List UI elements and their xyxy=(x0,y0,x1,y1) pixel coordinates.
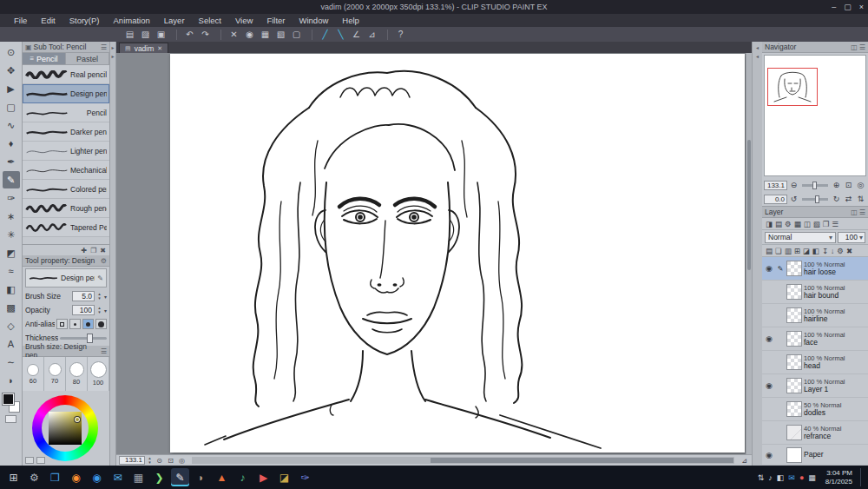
subtool-item-darker-pencil[interactable]: Darker pencil xyxy=(23,122,109,142)
vertical-scrollbar[interactable] xyxy=(746,53,752,454)
layer-row-hair-loose[interactable]: ◉ ✎ 100 % Normalhair loose xyxy=(762,257,868,281)
menu-filter[interactable]: Filter xyxy=(260,16,292,25)
selection-tool-icon[interactable]: ▢ xyxy=(3,98,20,116)
layer-toolbar-icon[interactable]: ▧ xyxy=(813,220,820,228)
video-app-icon[interactable]: ▶ xyxy=(254,468,273,486)
updates-tray-icon[interactable]: ▦ xyxy=(808,473,816,482)
layer-toolbar-icon[interactable]: ▤ xyxy=(775,220,782,228)
brush-size-preset-100[interactable]: 100 xyxy=(88,357,109,391)
material-icon[interactable]: ▧ xyxy=(274,29,287,41)
brush-size-preset-70[interactable]: 70 xyxy=(44,357,66,391)
selection-launcher-icon[interactable]: ▢ xyxy=(290,29,303,41)
navigator-view-rectangle[interactable] xyxy=(767,68,818,106)
layer-toolbar-icon[interactable]: ⚙ xyxy=(785,220,792,228)
visibility-eye-icon[interactable]: ◉ xyxy=(764,451,774,459)
drawing-canvas[interactable] xyxy=(170,54,745,453)
operation-tool-icon[interactable]: ▶ xyxy=(3,80,20,97)
layer-opacity-control[interactable]: 100 ▾ xyxy=(838,232,865,243)
blend-tool-icon[interactable]: ≈ xyxy=(3,262,20,280)
subtool-item-rough-pencil[interactable]: Rough pencil xyxy=(23,199,109,218)
layer-row-face[interactable]: ◉ 100 % Normalface xyxy=(762,327,868,351)
clip-studio-app-icon[interactable]: ✎ xyxy=(171,468,189,486)
layer-row-head[interactable]: 100 % Normalhead xyxy=(762,351,868,374)
pencil-tool-icon[interactable]: ✎ xyxy=(3,171,20,188)
layer-toolbar-icon[interactable]: ◨ xyxy=(766,220,773,228)
layer-thumbnail[interactable] xyxy=(786,401,802,417)
antialias-medium-button[interactable] xyxy=(82,319,94,329)
panel-menu-icon[interactable]: ☰ xyxy=(101,43,107,51)
snap-grid-icon[interactable]: ∠ xyxy=(350,29,363,41)
layer-toolbar-icon[interactable]: ☰ xyxy=(832,220,838,228)
actual-size-icon[interactable]: ◎ xyxy=(855,181,866,189)
status-fit-icon[interactable]: ⊡ xyxy=(166,457,175,465)
wheel-mode-button[interactable] xyxy=(25,457,34,464)
brush-size-value[interactable]: 5.0 xyxy=(72,291,95,301)
layer-thumbnail[interactable] xyxy=(786,261,802,276)
close-tab-icon[interactable]: ✕ xyxy=(157,45,162,52)
edit-pencil-icon[interactable]: ✎ xyxy=(97,274,103,282)
layer-toolbar-icon[interactable]: ◫ xyxy=(804,220,811,228)
minimize-button[interactable]: – xyxy=(832,3,836,11)
menu-file[interactable]: File xyxy=(7,16,34,25)
canvas-zoom-value[interactable]: 133.1 xyxy=(119,456,145,465)
files-app-icon[interactable]: ❐ xyxy=(46,468,64,486)
text-tool-icon[interactable]: A xyxy=(3,335,20,353)
thickness-slider[interactable] xyxy=(60,337,107,340)
save-file-icon[interactable]: ▣ xyxy=(155,29,168,41)
subtool-item-design-pencil[interactable]: Design pencil xyxy=(23,84,109,103)
menu-help[interactable]: Help xyxy=(335,16,366,25)
antialias-weak-button[interactable] xyxy=(69,319,81,329)
menu-select[interactable]: Select xyxy=(192,16,228,25)
antialias-strong-button[interactable] xyxy=(95,319,107,329)
maximize-button[interactable]: ▢ xyxy=(844,3,852,11)
left-panel-splitter[interactable]: ▸ ▸ xyxy=(110,42,116,466)
settings-app-icon[interactable]: ⚙ xyxy=(25,468,43,486)
new-folder-icon[interactable]: ❏ xyxy=(775,247,782,255)
layer-toolbar-icon[interactable]: ▥ xyxy=(785,247,792,255)
collapse-left-icon[interactable]: ◂ xyxy=(756,44,759,50)
layer-toolbar-icon[interactable]: ❐ xyxy=(823,220,830,228)
color-cursor[interactable] xyxy=(75,417,80,422)
horizontal-scrollbar[interactable] xyxy=(192,457,734,464)
visibility-eye-icon[interactable]: ◉ xyxy=(764,381,774,390)
zoom-slider[interactable] xyxy=(802,184,828,187)
menu-animation[interactable]: Animation xyxy=(107,16,157,25)
zoom-in-icon[interactable]: ⊕ xyxy=(831,181,842,189)
editor-app-icon[interactable]: ▲ xyxy=(213,468,231,486)
close-button[interactable]: × xyxy=(859,3,864,11)
flip-vertical-icon[interactable]: ⇅ xyxy=(855,195,866,203)
layer-row-hair-bound[interactable]: 100 % Normalhair bound xyxy=(762,281,868,304)
new-layer-icon[interactable]: ▤ xyxy=(766,247,773,255)
layer-row-hairline[interactable]: 100 % Normalhairline xyxy=(762,304,868,327)
panel-menu-icon[interactable]: ☰ xyxy=(859,208,865,216)
layer-row-layer-1[interactable]: ◉ 100 % NormalLayer 1 xyxy=(762,374,868,398)
opacity-value[interactable]: 100 xyxy=(72,305,95,315)
layer-toolbar-icon[interactable]: ▦ xyxy=(794,220,801,228)
lasso-tool-icon[interactable]: ∿ xyxy=(3,116,20,134)
notification-tray-icon[interactable]: ● xyxy=(799,473,804,482)
layer-settings-icon[interactable]: ⚙ xyxy=(837,247,844,255)
delete-layer-icon[interactable]: ✖ xyxy=(846,247,852,255)
status-zoom-icon[interactable]: ⊙ xyxy=(155,457,164,465)
document-tab-vadim[interactable]: ▤ vadim ✕ xyxy=(119,43,168,53)
navigator-zoom-value[interactable]: 133.1 xyxy=(764,181,787,190)
antialias-none-button[interactable] xyxy=(56,319,68,329)
collapse-right-icon[interactable]: ▸ xyxy=(111,44,114,50)
display-tray-icon[interactable]: ◧ xyxy=(777,473,785,482)
ruler-icon[interactable]: ⊿ xyxy=(365,29,378,41)
brush-size-stepper[interactable]: ▴▾ xyxy=(96,292,102,301)
opacity-picker-icon[interactable]: ▾ xyxy=(104,307,107,314)
show-desktop-button[interactable] xyxy=(860,468,864,486)
terminal-app-icon[interactable]: ❯ xyxy=(150,468,168,486)
grid-icon[interactable]: ▦ xyxy=(259,29,272,41)
blend-mode-select[interactable]: Normal ▾ xyxy=(765,232,836,243)
help-icon[interactable]: ? xyxy=(394,29,407,41)
snap-special-ruler-icon[interactable]: ╲ xyxy=(334,29,347,41)
flip-horizontal-icon[interactable]: ⇄ xyxy=(843,195,854,203)
tab-pencil[interactable]: ≡ Pencil xyxy=(23,53,66,65)
pen-tool-icon[interactable]: ✒ xyxy=(3,153,20,170)
subtool-item-pencil[interactable]: Pencil xyxy=(23,103,109,122)
subtool-item-tapered-pencil[interactable]: Tapered Pencil xyxy=(23,218,109,237)
add-subtool-icon[interactable]: ✚ xyxy=(81,247,87,254)
office-app-icon[interactable]: ▦ xyxy=(129,468,148,486)
